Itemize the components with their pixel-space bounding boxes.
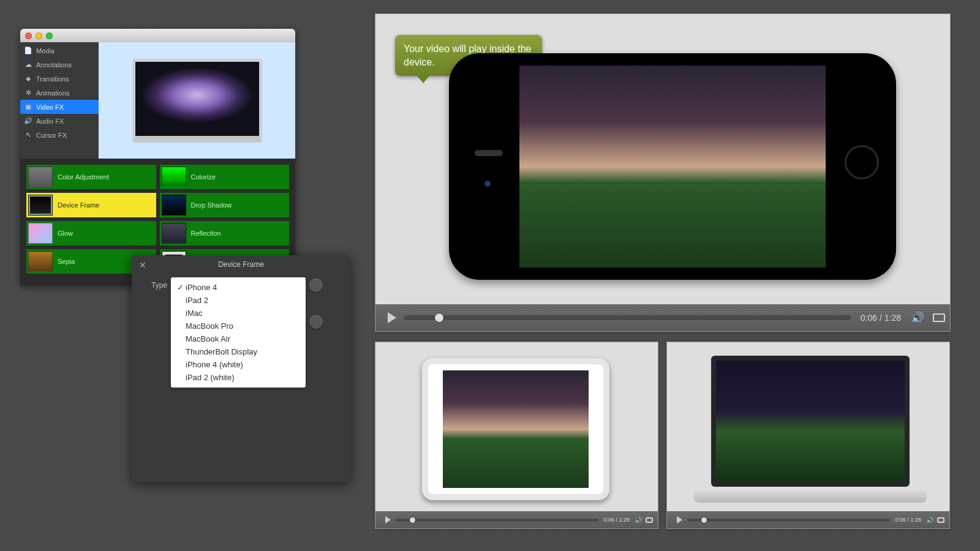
device-option-ipad-2-white-[interactable]: iPad 2 (white) xyxy=(176,371,301,384)
fx-thumb xyxy=(28,195,53,216)
device-option-label: MacBook Air xyxy=(186,334,230,343)
fx-thumb xyxy=(162,195,186,216)
play-button[interactable] xyxy=(388,312,396,323)
device-option-label: iMac xyxy=(186,309,202,318)
fx-drop-shadow[interactable]: Drop Shadow xyxy=(160,193,290,217)
device-option-label: iPad 2 (white) xyxy=(186,373,234,382)
fx-thumb xyxy=(28,251,53,272)
check-icon xyxy=(177,296,186,305)
fx-thumb xyxy=(162,167,186,187)
close-window-button[interactable] xyxy=(25,32,32,39)
check-icon: ✓ xyxy=(177,283,186,292)
fx-label: Sepia xyxy=(58,258,75,265)
device-option-iphone-4[interactable]: ✓iPhone 4 xyxy=(176,281,301,294)
iphone-screen xyxy=(519,66,826,268)
device-option-iphone-4-white-[interactable]: iPhone 4 (white) xyxy=(176,358,301,371)
sidebar-item-label: Transitions xyxy=(36,75,69,83)
device-option-label: iPad 2 xyxy=(186,296,208,305)
device-option-imac[interactable]: iMac xyxy=(176,307,301,320)
effects-window: 📄Media☁Annotations◈Transitions✲Animation… xyxy=(20,29,295,286)
fx-thumb xyxy=(162,223,186,244)
fullscreen-button[interactable] xyxy=(646,517,653,523)
fx-color-adjustment[interactable]: Color Adjustment xyxy=(26,165,156,189)
preview-macbook xyxy=(133,59,262,142)
fx-label: Colorize xyxy=(191,173,216,181)
preview-macbook-screen xyxy=(135,62,259,136)
seek-track[interactable] xyxy=(687,519,890,522)
ipad-player: 0:06 / 1:28 🔊 xyxy=(375,342,658,529)
time-display: 0:06 / 1:28 xyxy=(895,517,921,523)
seek-thumb[interactable] xyxy=(701,517,707,523)
seek-track[interactable] xyxy=(396,519,598,522)
play-button[interactable] xyxy=(677,516,682,523)
volume-icon[interactable]: 🔊 xyxy=(926,517,933,523)
macbook-base xyxy=(694,490,927,503)
sidebar-item-label: Animations xyxy=(36,89,69,97)
sidebar-item-cursor-fx[interactable]: ↖Cursor FX xyxy=(20,128,99,142)
fx-label: Reflection xyxy=(191,230,221,237)
ipad-frame xyxy=(422,358,609,500)
effect-preview xyxy=(99,42,295,159)
macbook-player: 0:06 / 1:28 🔊 xyxy=(666,342,950,529)
volume-icon[interactable]: 🔊 xyxy=(635,517,642,523)
sidebar-item-audio-fx[interactable]: 🔊Audio FX xyxy=(20,114,99,128)
iphone-home-button xyxy=(845,145,879,179)
sidebar-item-annotations[interactable]: ☁Annotations xyxy=(20,58,99,72)
device-option-label: iPhone 4 (white) xyxy=(186,360,243,369)
play-button[interactable] xyxy=(385,516,391,523)
check-icon xyxy=(177,334,186,343)
ipad-player-controls: 0:06 / 1:28 🔊 xyxy=(375,511,658,528)
iphone-speaker xyxy=(475,150,503,156)
seek-track[interactable] xyxy=(404,315,851,320)
device-frame-popup: ✕ Device Frame Type ✓iPhone 4iPad 2iMacM… xyxy=(132,255,350,482)
popup-title: Device Frame xyxy=(139,260,343,269)
sidebar-item-animations[interactable]: ✲Animations xyxy=(20,86,99,100)
check-icon xyxy=(177,347,186,356)
device-option-thunderbolt-display[interactable]: ThunderBolt Display xyxy=(176,345,301,358)
macbook-player-controls: 0:06 / 1:28 🔊 xyxy=(667,511,949,528)
check-icon xyxy=(177,309,186,318)
reset-button-1[interactable] xyxy=(309,279,323,292)
fx-reflection[interactable]: Reflection xyxy=(160,221,290,246)
fullscreen-button[interactable] xyxy=(933,313,945,322)
sidebar-icon: ↖ xyxy=(24,131,32,140)
fx-label: Drop Shadow xyxy=(191,201,232,209)
macbook-lid xyxy=(711,356,910,487)
minimize-window-button[interactable] xyxy=(36,32,42,39)
popup-close-button[interactable]: ✕ xyxy=(139,260,146,270)
fx-label: Color Adjustment xyxy=(58,173,109,181)
device-option-label: MacBook Pro xyxy=(186,321,233,331)
check-icon xyxy=(177,373,186,382)
volume-icon[interactable]: 🔊 xyxy=(911,311,924,324)
fx-colorize[interactable]: Colorize xyxy=(160,165,290,189)
category-sidebar: 📄Media☁Annotations◈Transitions✲Animation… xyxy=(20,42,99,159)
sidebar-icon: ✲ xyxy=(24,89,32,97)
sidebar-item-label: Media xyxy=(36,47,55,54)
fx-thumb xyxy=(28,223,53,244)
sidebar-item-video-fx[interactable]: ▣Video FX xyxy=(20,100,99,114)
fx-glow[interactable]: Glow xyxy=(26,221,156,246)
device-option-label: iPhone 4 xyxy=(186,283,217,292)
fx-device-frame[interactable]: Device Frame xyxy=(26,193,156,217)
sidebar-icon: ▣ xyxy=(24,103,32,111)
sidebar-icon: ☁ xyxy=(24,61,32,69)
macbook-screen xyxy=(716,361,905,482)
seek-thumb[interactable] xyxy=(435,313,443,322)
main-player: Your video will play inside the device. … xyxy=(375,13,951,332)
check-icon xyxy=(177,360,186,369)
sidebar-item-label: Cursor FX xyxy=(36,132,67,139)
seek-thumb[interactable] xyxy=(410,517,415,523)
device-option-ipad-2[interactable]: iPad 2 xyxy=(176,294,301,307)
zoom-window-button[interactable] xyxy=(46,32,53,39)
check-icon xyxy=(177,321,186,331)
device-option-macbook-air[interactable]: MacBook Air xyxy=(176,332,301,345)
reset-button-2[interactable] xyxy=(309,315,323,329)
sidebar-item-transitions[interactable]: ◈Transitions xyxy=(20,72,99,86)
window-titlebar xyxy=(20,29,295,42)
fullscreen-button[interactable] xyxy=(937,517,944,523)
device-option-macbook-pro[interactable]: MacBook Pro xyxy=(176,320,301,332)
device-type-dropdown[interactable]: ✓iPhone 4iPad 2iMacMacBook ProMacBook Ai… xyxy=(171,277,306,388)
sidebar-item-media[interactable]: 📄Media xyxy=(20,43,99,58)
device-option-label: ThunderBolt Display xyxy=(186,347,257,356)
macbook-frame xyxy=(694,356,927,503)
